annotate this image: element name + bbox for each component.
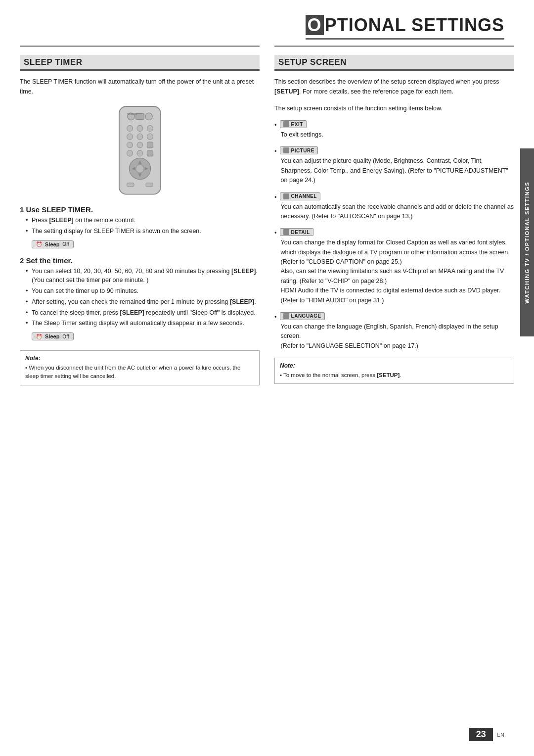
- bullet-dot-exit: •: [274, 121, 277, 129]
- svg-point-7: [127, 134, 133, 140]
- channel-icon: [283, 193, 289, 199]
- left-rule: [20, 46, 260, 47]
- setup-intro-1: This section describes the overview of t…: [274, 77, 514, 96]
- step-2-body: You can select 10, 20, 30, 40, 50, 60, 7…: [20, 267, 260, 344]
- language-icon: [283, 313, 289, 319]
- left-note-label: Note:: [25, 355, 254, 362]
- left-note-text: • When you disconnect the unit from the …: [25, 364, 254, 381]
- step-2-text: Set the timer.: [26, 256, 73, 265]
- exit-badge-label: EXIT: [291, 122, 303, 127]
- right-note-label: Note:: [280, 362, 509, 369]
- setup-item-language-content: LANGUAGE You can change the language (En…: [280, 312, 514, 351]
- right-note-text: • To move to the normal screen, press [S…: [280, 371, 509, 379]
- svg-rect-15: [147, 150, 153, 156]
- setup-item-detail-content: DETAIL You can change the display format…: [280, 228, 514, 305]
- svg-point-3: [145, 113, 152, 120]
- picture-badge-label: PICTURE: [291, 148, 314, 153]
- bullet-dot-language: •: [274, 313, 277, 321]
- setup-item-detail: • DETAIL You can change the display form…: [274, 228, 514, 305]
- step-2-bullet-2: You can set the timer up to 90 minutes.: [25, 286, 260, 296]
- language-desc: You can change the language (English, Sp…: [280, 322, 514, 351]
- exit-desc: To exit settings.: [280, 130, 514, 140]
- step-1-number: 1 Use SLEEP TIMER.: [20, 205, 260, 214]
- chapter-title: OPTIONAL SETTINGS: [306, 15, 504, 40]
- svg-rect-12: [147, 142, 153, 148]
- page-lang: EN: [497, 732, 504, 738]
- svg-point-13: [127, 150, 133, 156]
- step-2-bullet-1: You can select 10, 20, 30, 40, 50, 60, 7…: [25, 267, 260, 285]
- svg-point-17: [135, 165, 144, 173]
- content-area: Sleep Timer The SLEEP TIMER function wil…: [0, 36, 534, 405]
- left-note-box: Note: • When you disconnect the unit fro…: [20, 350, 260, 385]
- chapter-title-area: OPTIONAL SETTINGS: [306, 15, 504, 36]
- sleep-label: Sleep: [45, 241, 59, 247]
- bullet-dot-picture: •: [274, 147, 277, 155]
- svg-point-11: [137, 142, 143, 148]
- detail-desc: You can change the display format for Cl…: [280, 238, 514, 305]
- sleep-timer-heading: Sleep Timer: [20, 55, 260, 71]
- exit-icon: [283, 121, 289, 127]
- setup-item-exit-content: EXIT To exit settings.: [280, 120, 514, 140]
- sleep-badge-1: ⏰ Sleep Off: [32, 240, 74, 248]
- sleep-icon-2: ⏰: [36, 334, 42, 339]
- page-number: 23: [469, 728, 493, 741]
- chapter-prefix: O: [306, 15, 324, 35]
- step-2-bullet-4: To cancel the sleep timer, press [SLEEP]…: [25, 308, 260, 318]
- bullet-dot-channel: •: [274, 193, 277, 201]
- right-rule: [274, 46, 514, 47]
- channel-badge-label: CHANNEL: [291, 193, 317, 199]
- setup-item-channel: • CHANNEL You can automatically scan the…: [274, 192, 514, 222]
- step-2-bullets: You can select 10, 20, 30, 40, 50, 60, 7…: [25, 267, 260, 329]
- svg-rect-22: [127, 183, 134, 187]
- step-1-bullets: Press [SLEEP] on the remote control. The…: [25, 216, 260, 236]
- setup-item-exit: • EXIT To exit settings.: [274, 120, 514, 140]
- remote-svg: SLEEP: [110, 103, 170, 198]
- detail-badge-label: DETAIL: [291, 230, 310, 235]
- exit-badge: EXIT: [280, 120, 307, 128]
- step-1: 1 Use SLEEP TIMER. Press [SLEEP] on the …: [20, 205, 260, 251]
- picture-badge: PICTURE: [280, 146, 318, 154]
- sleep-label-2: Sleep: [45, 333, 59, 339]
- picture-desc: You can adjust the picture quality (Mode…: [280, 156, 514, 185]
- setup-item-channel-content: CHANNEL You can automatically scan the r…: [280, 192, 514, 222]
- detail-badge: DETAIL: [280, 228, 313, 236]
- svg-rect-23: [146, 183, 153, 187]
- side-tab-text: WATCHING TV / OPTIONAL SETTINGS: [524, 182, 530, 304]
- sleep-off-label-2: Off: [62, 334, 69, 339]
- svg-point-10: [127, 142, 133, 148]
- left-column: Sleep Timer The SLEEP TIMER function wil…: [20, 46, 260, 385]
- right-note-box: Note: • To move to the normal screen, pr…: [274, 358, 514, 384]
- page-header: OPTIONAL SETTINGS: [0, 0, 534, 36]
- language-badge-label: LANGUAGE: [291, 313, 321, 319]
- side-tab: WATCHING TV / OPTIONAL SETTINGS: [520, 148, 534, 336]
- language-badge: LANGUAGE: [280, 312, 325, 320]
- svg-rect-2: [135, 113, 144, 119]
- setup-intro-2: The setup screen consists of the functio…: [274, 103, 514, 113]
- svg-point-9: [147, 134, 153, 140]
- step-2-number: 2 Set the timer.: [20, 256, 260, 265]
- svg-point-14: [137, 150, 143, 156]
- remote-illustration: SLEEP: [20, 103, 260, 198]
- detail-icon: [283, 229, 289, 235]
- svg-point-8: [137, 134, 143, 140]
- bullet-dot-detail: •: [274, 229, 277, 236]
- sleep-icon: ⏰: [36, 241, 42, 247]
- setup-item-language: • LANGUAGE You can change the language (…: [274, 312, 514, 351]
- setup-screen-heading: Setup Screen: [274, 55, 514, 71]
- svg-text:SLEEP: SLEEP: [127, 113, 136, 116]
- setup-items-list: • EXIT To exit settings. • PICTURE: [274, 120, 514, 351]
- setup-item-picture: • PICTURE You can adjust the picture qua…: [274, 146, 514, 185]
- svg-point-4: [127, 125, 133, 131]
- step-1-bullet-2: The setting display for SLEEP TIMER is s…: [25, 227, 260, 236]
- svg-point-6: [147, 125, 153, 131]
- picture-icon: [283, 147, 289, 153]
- channel-badge: CHANNEL: [280, 192, 320, 200]
- right-column: Setup Screen This section describes the …: [274, 46, 514, 385]
- step-1-bullet-1: Press [SLEEP] on the remote control.: [25, 216, 260, 225]
- sleep-badge-2: ⏰ Sleep Off: [32, 332, 74, 340]
- page-number-area: 23 EN: [469, 728, 504, 741]
- svg-point-5: [137, 125, 143, 131]
- step-1-text: Use SLEEP TIMER.: [26, 205, 93, 214]
- sleep-off-label: Off: [62, 241, 69, 247]
- channel-desc: You can automatically scan the receivabl…: [280, 202, 514, 222]
